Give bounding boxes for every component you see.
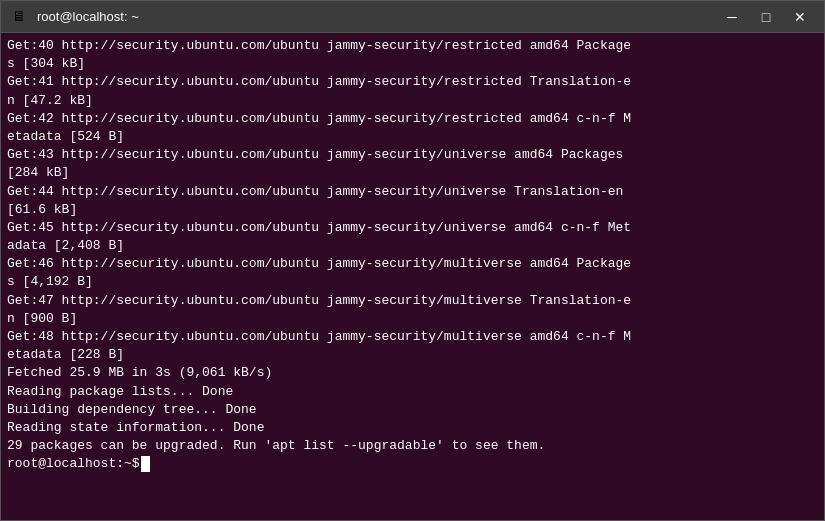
terminal-line: Get:47 http://security.ubuntu.com/ubuntu… [7, 292, 818, 310]
terminal-line: Building dependency tree... Done [7, 401, 818, 419]
terminal-line: Get:41 http://security.ubuntu.com/ubuntu… [7, 73, 818, 91]
window-controls: ─ □ ✕ [716, 3, 816, 31]
terminal-window: 🖥 root@localhost: ~ ─ □ ✕ Get:40 http://… [0, 0, 825, 521]
terminal-body[interactable]: Get:40 http://security.ubuntu.com/ubuntu… [1, 33, 824, 520]
terminal-line: 29 packages can be upgraded. Run 'apt li… [7, 437, 818, 455]
terminal-line: s [304 kB] [7, 55, 818, 73]
close-button[interactable]: ✕ [784, 3, 816, 31]
titlebar: 🖥 root@localhost: ~ ─ □ ✕ [1, 1, 824, 33]
terminal-line: Get:48 http://security.ubuntu.com/ubuntu… [7, 328, 818, 346]
terminal-line: Get:45 http://security.ubuntu.com/ubuntu… [7, 219, 818, 237]
terminal-line: Get:44 http://security.ubuntu.com/ubuntu… [7, 183, 818, 201]
app-icon: 🖥 [9, 7, 29, 27]
terminal-line: Get:42 http://security.ubuntu.com/ubuntu… [7, 110, 818, 128]
minimize-button[interactable]: ─ [716, 3, 748, 31]
terminal-line: etadata [228 B] [7, 346, 818, 364]
terminal-line: Get:46 http://security.ubuntu.com/ubuntu… [7, 255, 818, 273]
terminal-line: Reading package lists... Done [7, 383, 818, 401]
prompt-text: root@localhost:~$ [7, 455, 140, 473]
terminal-prompt-line: root@localhost:~$ [7, 455, 818, 473]
terminal-line: s [4,192 B] [7, 273, 818, 291]
window-title: root@localhost: ~ [37, 9, 716, 24]
terminal-line: adata [2,408 B] [7, 237, 818, 255]
terminal-line: etadata [524 B] [7, 128, 818, 146]
terminal-line: [61.6 kB] [7, 201, 818, 219]
terminal-line: n [900 B] [7, 310, 818, 328]
terminal-line: Reading state information... Done [7, 419, 818, 437]
maximize-button[interactable]: □ [750, 3, 782, 31]
terminal-line: Get:40 http://security.ubuntu.com/ubuntu… [7, 37, 818, 55]
terminal-cursor [141, 456, 150, 472]
terminal-line: n [47.2 kB] [7, 92, 818, 110]
terminal-line: Fetched 25.9 MB in 3s (9,061 kB/s) [7, 364, 818, 382]
terminal-line: Get:43 http://security.ubuntu.com/ubuntu… [7, 146, 818, 164]
terminal-line: [284 kB] [7, 164, 818, 182]
